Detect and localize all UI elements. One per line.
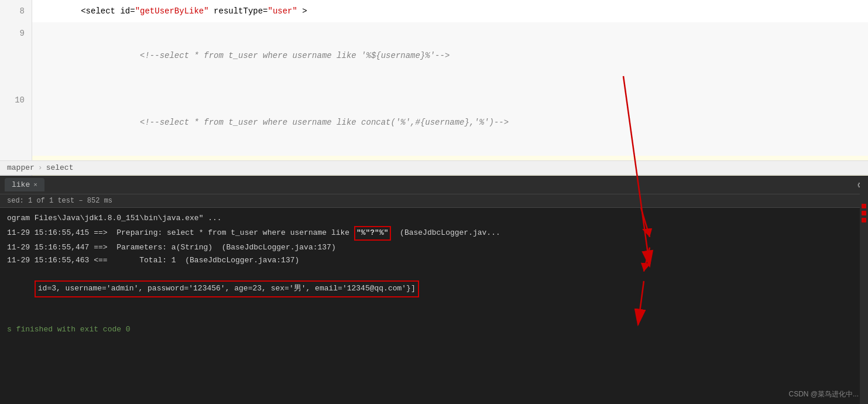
console-line-4: 11-29 15:16:55,463 <== Total: 1 (BaseJdb… [7, 255, 861, 267]
scroll-dot-1 [862, 204, 866, 208]
breadcrumb-mapper: mapper [7, 163, 35, 172]
line-content-8: <select id="getUserByLike" resultType="u… [32, 0, 868, 22]
console-highlight-pattern: "%"?"%" [354, 226, 391, 241]
bottom-panel: like × ⚙ sed: 1 of 1 test – 852 ms ogram… [0, 176, 868, 404]
console-line-3: 11-29 15:16:55,447 ==> Parameters: a(Str… [7, 242, 861, 254]
breadcrumb-sep: › [38, 163, 43, 172]
console-line-2: 11-29 15:16:55,415 ==> Preparing: select… [7, 226, 861, 241]
watermark: CSDN @菜鸟进化中... [788, 389, 859, 399]
code-line-9: 9 <!--select * from t_user where usernam… [0, 22, 868, 89]
tab-bar: like × ⚙ [0, 176, 868, 194]
tab-close-button[interactable]: × [33, 182, 37, 189]
console-line-exit: s finished with exit code 0 [7, 324, 861, 336]
scroll-dot-2 [862, 211, 866, 215]
editor-area: 8 <select id="getUserByLike" resultType=… [0, 0, 868, 176]
console-line-1: ogram Files\Java\jdk1.8.0_151\bin\java.e… [7, 213, 861, 225]
code-line-8: 8 <select id="getUserByLike" resultType=… [0, 0, 868, 22]
breadcrumb: mapper › select [0, 160, 868, 175]
code-line-10: 10 <!--select * from t_user where userna… [0, 89, 868, 156]
breadcrumb-select: select [46, 163, 74, 172]
scroll-indicators[interactable] [860, 176, 868, 404]
console-output: ogram Files\Java\jdk1.8.0_151\bin\java.e… [0, 208, 868, 342]
line-number-10: 10 [0, 89, 32, 156]
status-text: sed: 1 of 1 test – 852 ms [7, 197, 112, 205]
line-content-10: <!--select * from t_user where username … [32, 89, 868, 156]
console-line-result: id=3, username='admin', password='123456… [7, 268, 861, 309]
scroll-dot-3 [862, 218, 866, 222]
status-bar: sed: 1 of 1 test – 852 ms [0, 194, 868, 208]
tab-label: like [12, 180, 30, 189]
result-highlight-box: id=3, username='admin', password='123456… [35, 280, 419, 297]
line-number-8: 8 [0, 0, 32, 22]
line-number-9: 9 [0, 22, 32, 89]
line-content-9: <!--select * from t_user where username … [32, 22, 868, 89]
console-line-empty [7, 311, 861, 323]
tab-like[interactable]: like × [5, 178, 44, 191]
